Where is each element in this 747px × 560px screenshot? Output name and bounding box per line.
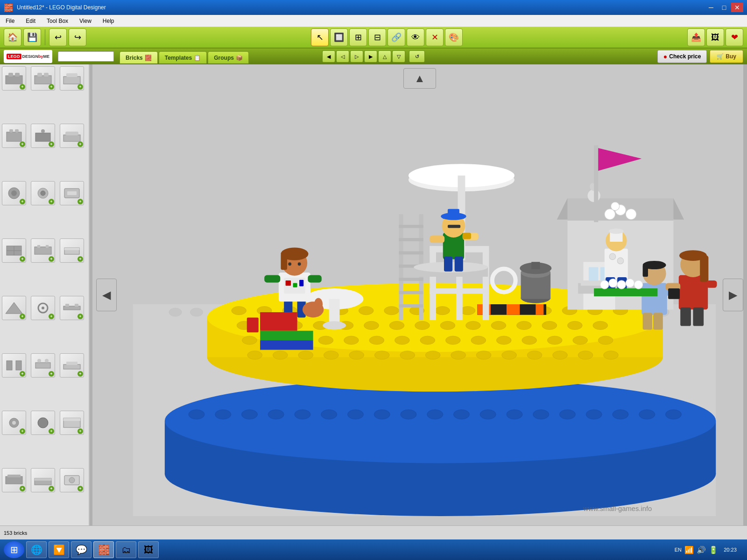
svg-point-38 bbox=[37, 359, 41, 363]
check-price-button[interactable]: ● Check price bbox=[657, 50, 707, 63]
brick-item-16[interactable]: + bbox=[2, 353, 26, 378]
brick-item-7[interactable]: + bbox=[2, 181, 26, 205]
redo-button[interactable]: ↪ bbox=[69, 28, 86, 46]
brick-count: 153 bricks bbox=[4, 530, 27, 536]
maximize-button[interactable]: □ bbox=[718, 3, 730, 12]
brick-item-15[interactable]: + bbox=[60, 296, 84, 320]
svg-rect-228 bbox=[247, 317, 259, 332]
nav-btn-5[interactable]: △ bbox=[378, 50, 391, 63]
svg-point-160 bbox=[527, 351, 542, 359]
svg-point-103 bbox=[232, 307, 247, 315]
undo-button[interactable]: ↩ bbox=[49, 28, 67, 46]
taskbar-media[interactable]: 🖼 bbox=[138, 541, 159, 558]
taskbar-chrome[interactable]: 🌐 bbox=[26, 541, 47, 558]
bricks-tab-icon: 🧱 bbox=[145, 55, 152, 61]
nav-btn-4[interactable]: ▶ bbox=[364, 50, 377, 63]
tray-battery-icon[interactable]: 🔋 bbox=[709, 546, 718, 554]
svg-rect-225 bbox=[260, 331, 313, 340]
brick-item-13[interactable]: + bbox=[2, 296, 26, 320]
brick-search-input[interactable] bbox=[58, 51, 114, 62]
close-button[interactable]: ✕ bbox=[731, 3, 743, 12]
svg-point-124 bbox=[364, 321, 379, 329]
minimize-button[interactable]: ─ bbox=[705, 3, 717, 12]
delete-tool[interactable]: ✕ bbox=[426, 28, 444, 46]
svg-point-153 bbox=[349, 351, 364, 359]
menu-edit[interactable]: Edit bbox=[22, 17, 39, 25]
brick-add-icon-2: + bbox=[49, 84, 54, 90]
taskbar-explorer[interactable]: 🗂 bbox=[116, 541, 136, 558]
nav-btn-1[interactable]: ◀ bbox=[322, 50, 335, 63]
svg-rect-227 bbox=[260, 315, 272, 330]
tray-volume-icon[interactable]: 🔊 bbox=[697, 546, 706, 554]
brick-item-19[interactable]: + bbox=[2, 411, 26, 435]
brick-item-11[interactable]: + bbox=[31, 238, 55, 263]
svg-rect-171 bbox=[507, 304, 520, 315]
start-button[interactable]: ⊞ bbox=[4, 541, 24, 558]
nav-btn-7[interactable]: ↺ bbox=[409, 50, 425, 63]
brick-item-6[interactable]: + bbox=[60, 124, 84, 148]
brick-item-14[interactable]: + bbox=[31, 296, 55, 320]
right-resize-handle[interactable] bbox=[743, 64, 747, 525]
svg-point-85 bbox=[295, 410, 310, 419]
brick-item-12[interactable]: + bbox=[60, 238, 84, 263]
svg-point-126 bbox=[415, 321, 430, 329]
tab-bricks[interactable]: Bricks 🧱 bbox=[120, 51, 158, 63]
taskbar-skype[interactable]: 💬 bbox=[71, 541, 92, 558]
brick-item-18[interactable]: + bbox=[60, 353, 84, 378]
buy-button[interactable]: 🛒 Buy bbox=[710, 50, 743, 63]
brick-item-4[interactable]: + bbox=[2, 124, 26, 148]
tab-groups[interactable]: Groups 📦 bbox=[208, 51, 249, 63]
gallery-button[interactable]: 🖼 bbox=[706, 28, 724, 46]
view-tool[interactable]: 👁 bbox=[407, 28, 424, 46]
svg-rect-187 bbox=[483, 252, 489, 321]
title-bar: 🧱 Untitled12* - LEGO Digital Designer ─ … bbox=[0, 0, 747, 15]
nav-btn-2[interactable]: ◁ bbox=[336, 50, 349, 63]
home-button[interactable]: 🏠 bbox=[4, 28, 21, 46]
brick-item-21[interactable]: + bbox=[60, 411, 84, 435]
tray-network-icon[interactable]: 📶 bbox=[684, 546, 694, 554]
brick-item-5[interactable]: + bbox=[31, 124, 55, 148]
nav-btn-6[interactable]: ▽ bbox=[392, 50, 405, 63]
brick-item-24[interactable]: + bbox=[60, 468, 84, 492]
menu-view[interactable]: View bbox=[76, 17, 95, 25]
brick-item-22[interactable]: + bbox=[2, 468, 26, 492]
navigate-left-button[interactable]: ◀ bbox=[96, 279, 117, 311]
navigate-up-button[interactable]: ▲ bbox=[403, 68, 436, 89]
tab-templates[interactable]: Templates 📋 bbox=[159, 51, 207, 63]
navigate-right-button[interactable]: ▶ bbox=[723, 279, 743, 311]
brick-item-1[interactable]: + bbox=[2, 66, 26, 91]
brick-item-10[interactable]: + bbox=[2, 238, 26, 263]
svg-rect-34 bbox=[75, 304, 78, 307]
brick-item-20[interactable]: + bbox=[31, 411, 55, 435]
brick-item-8[interactable]: + bbox=[31, 181, 55, 205]
taskbar-lego[interactable]: 🧱 bbox=[93, 541, 114, 558]
svg-point-129 bbox=[491, 321, 506, 329]
svg-rect-205 bbox=[448, 209, 459, 217]
svg-rect-244 bbox=[594, 146, 598, 223]
brick-item-2[interactable]: + bbox=[31, 66, 55, 91]
heart-button[interactable]: ❤ bbox=[726, 28, 743, 46]
svg-rect-47 bbox=[6, 476, 22, 484]
select-tool[interactable]: ↖ bbox=[311, 28, 329, 46]
brick-add-icon-22: + bbox=[20, 486, 25, 491]
brick-item-17[interactable]: + bbox=[31, 353, 55, 378]
brick-tool-1[interactable]: 🔲 bbox=[330, 28, 348, 46]
paint-tool[interactable]: 🎨 bbox=[445, 28, 463, 46]
menu-toolbox[interactable]: Tool Box bbox=[43, 17, 72, 25]
brick-tool-3[interactable]: ⊟ bbox=[368, 28, 386, 46]
brick-item-3[interactable]: + bbox=[60, 66, 84, 91]
brick-tool-2[interactable]: ⊞ bbox=[349, 28, 367, 46]
designbyme-text: DESIGNbyME bbox=[22, 54, 50, 59]
brick-add-icon-19: + bbox=[20, 428, 25, 434]
brick-item-23[interactable]: + bbox=[31, 468, 55, 492]
svg-rect-185 bbox=[430, 246, 436, 320]
menu-file[interactable]: File bbox=[2, 17, 18, 25]
taskbar-torrent[interactable]: 🔽 bbox=[49, 541, 69, 558]
svg-rect-183 bbox=[399, 291, 423, 294]
nav-btn-3[interactable]: ▷ bbox=[350, 50, 363, 63]
menu-help[interactable]: Help bbox=[99, 17, 118, 25]
share-button[interactable]: 📤 bbox=[687, 28, 705, 46]
save-button[interactable]: 💾 bbox=[23, 28, 41, 46]
brick-item-9[interactable]: + bbox=[60, 181, 84, 205]
connect-tool[interactable]: 🔗 bbox=[388, 28, 405, 46]
